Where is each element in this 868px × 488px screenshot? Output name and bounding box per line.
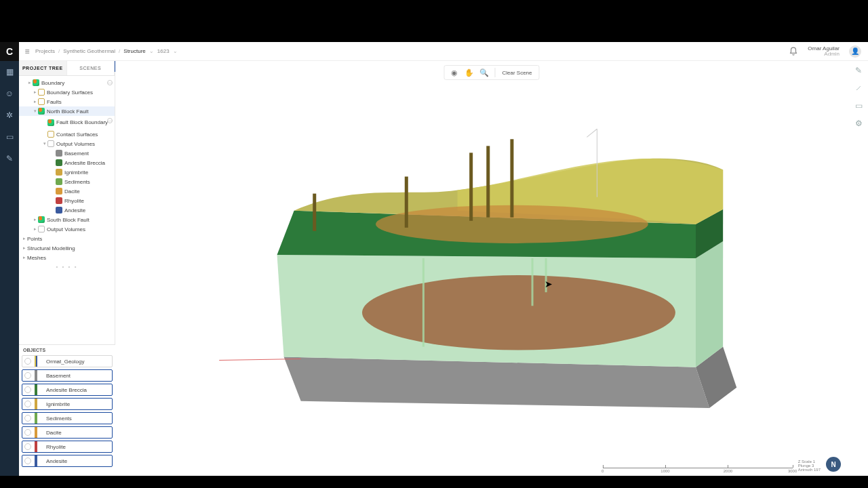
- visibility-toggle[interactable]: [24, 401, 31, 407]
- visibility-toggle[interactable]: [24, 429, 31, 436]
- panel-resize-handle[interactable]: • • • •: [19, 264, 115, 270]
- tree-item-label: Structural Modelling: [27, 245, 75, 251]
- user-menu[interactable]: Omar Aguilar Admin: [808, 46, 840, 57]
- object-row[interactable]: Dacite: [22, 426, 113, 439]
- measure-icon[interactable]: ⟋: [853, 83, 864, 94]
- compass-icon[interactable]: N: [826, 457, 841, 472]
- tree-item-label: Andesite Breccia: [64, 160, 105, 166]
- object-row[interactable]: Basement: [22, 369, 113, 382]
- globe-icon: [38, 108, 45, 115]
- tree-item[interactable]: Ignimbrite: [19, 167, 115, 177]
- crumb-version[interactable]: 1623: [157, 48, 170, 54]
- tree-item[interactable]: ▸Faults: [19, 97, 115, 106]
- search-icon[interactable]: 🔍: [478, 66, 490, 79]
- visibility-toggle[interactable]: [24, 386, 31, 393]
- tree-item-label: South Block Fault: [47, 217, 90, 223]
- tree-item[interactable]: ▸Structural Modelling: [19, 243, 115, 253]
- item-menu-icon[interactable]: ⋯: [107, 118, 113, 123]
- rail-tool-icon[interactable]: ✎: [4, 153, 15, 164]
- tab-project-tree[interactable]: PROJECT TREE: [19, 61, 67, 75]
- tree-item-label: Andesite: [64, 207, 85, 214]
- object-row[interactable]: Rhyolite: [22, 441, 113, 453]
- item-menu-icon[interactable]: ⋯: [107, 80, 113, 85]
- crumb-model[interactable]: Structure: [123, 48, 145, 54]
- rail-people-icon[interactable]: ☺: [4, 88, 15, 99]
- visibility-toggle[interactable]: [24, 372, 31, 379]
- geo-icon: [38, 98, 45, 105]
- tree-item[interactable]: Sediments: [19, 177, 115, 186]
- object-label: Dacite: [46, 430, 62, 436]
- viewport-toolbar: ◉ ✋ 🔍 Clear Scene: [443, 65, 539, 80]
- tree-item[interactable]: ▸South Block Fault: [19, 215, 115, 224]
- cyl-icon: [56, 150, 62, 157]
- rail-files-icon[interactable]: ▭: [4, 131, 15, 142]
- tree-item-label: Output Volumes: [47, 226, 85, 232]
- tree-item-label: North Block Fault: [47, 108, 88, 115]
- object-row[interactable]: Ignimbrite: [22, 398, 113, 410]
- tree-item-label: Dacite: [64, 188, 80, 195]
- tree-item-label: Contact Surfaces: [56, 131, 98, 138]
- crumb-projects[interactable]: Projects: [35, 48, 55, 54]
- tree-item[interactable]: Dacite: [19, 186, 115, 196]
- tree-item-label: Points: [27, 236, 42, 242]
- tree-item[interactable]: ▸Meshes: [19, 253, 115, 262]
- tree-item-label: Boundary Surfaces: [47, 89, 93, 96]
- svg-line-17: [587, 129, 597, 137]
- tree-item-label: Boundary: [41, 80, 64, 86]
- notifications-icon[interactable]: [789, 47, 798, 56]
- scene-render: ➤: [210, 88, 841, 428]
- hand-icon[interactable]: ✋: [463, 66, 475, 79]
- rail-settings-icon[interactable]: ✲: [4, 110, 15, 121]
- tree-item[interactable]: ▸Output Volumes: [19, 224, 115, 234]
- tree-item[interactable]: Andesite: [19, 205, 115, 215]
- object-label: Andesite: [46, 458, 67, 464]
- objects-title: OBJECTS: [19, 345, 115, 355]
- tree-item[interactable]: ▾North Block Fault: [19, 106, 115, 116]
- object-label: Sediments: [46, 415, 72, 422]
- tree-item[interactable]: Basement: [19, 148, 115, 158]
- object-row[interactable]: Ormat_Geology: [22, 355, 113, 367]
- tree-item[interactable]: ▸Boundary⋯: [19, 78, 115, 87]
- visibility-toggle[interactable]: [24, 358, 31, 365]
- breadcrumb: Projects/ Synthetic Geothermal/ Structur…: [35, 48, 178, 54]
- object-row[interactable]: Sediments: [22, 412, 113, 424]
- tree-item[interactable]: ▸Points: [19, 234, 115, 243]
- comment-icon[interactable]: ▭: [853, 100, 864, 111]
- tree-item[interactable]: Fault Block Boundary⋯: [19, 116, 115, 129]
- cyl-icon: [56, 169, 62, 176]
- menu-icon[interactable]: ≡: [19, 47, 35, 56]
- object-row[interactable]: Andesite Breccia: [22, 384, 113, 396]
- rail-home-icon[interactable]: ▦: [4, 66, 15, 77]
- box-icon: [47, 140, 54, 147]
- project-tree[interactable]: ▸Boundary⋯▸Boundary Surfaces▸Faults▾Nort…: [19, 76, 115, 264]
- cyl-icon: [56, 178, 62, 185]
- object-row[interactable]: Andesite: [22, 455, 113, 467]
- clear-scene-button[interactable]: Clear Scene: [499, 70, 534, 76]
- cyl-icon: [56, 159, 62, 166]
- tree-item[interactable]: ▾Output Volumes: [19, 139, 115, 148]
- visibility-toggle[interactable]: [24, 415, 31, 422]
- tree-item-label: Meshes: [27, 255, 46, 261]
- avatar[interactable]: 👤: [849, 45, 861, 58]
- viewport-3d[interactable]: ◉ ✋ 🔍 Clear Scene ✎ ⟋ ▭ ⚙: [115, 61, 868, 476]
- tab-scenes[interactable]: SCENES: [67, 61, 115, 75]
- visibility-toggle[interactable]: [24, 443, 31, 450]
- user-role: Admin: [808, 52, 840, 57]
- object-label: Rhyolite: [46, 444, 66, 450]
- app-logo[interactable]: C: [0, 42, 19, 61]
- svg-point-7: [362, 275, 675, 350]
- tree-item[interactable]: Rhyolite: [19, 196, 115, 205]
- tree-item[interactable]: Andesite Breccia: [19, 158, 115, 167]
- globe-icon: [47, 119, 54, 126]
- object-label: Ormat_Geology: [46, 359, 84, 365]
- folder-icon: [38, 89, 45, 96]
- view-mode-icon[interactable]: ◉: [448, 66, 460, 79]
- visibility-toggle[interactable]: [24, 458, 31, 464]
- tree-item-label: Faults: [47, 99, 62, 105]
- tree-item-label: Fault Block Boundary: [56, 120, 108, 125]
- tree-item[interactable]: Contact Surfaces: [19, 129, 115, 139]
- tree-item[interactable]: ▸Boundary Surfaces: [19, 87, 115, 97]
- crumb-project[interactable]: Synthetic Geothermal: [63, 48, 115, 54]
- edit-icon[interactable]: ✎: [853, 65, 864, 76]
- gear-icon[interactable]: ⚙: [853, 118, 864, 129]
